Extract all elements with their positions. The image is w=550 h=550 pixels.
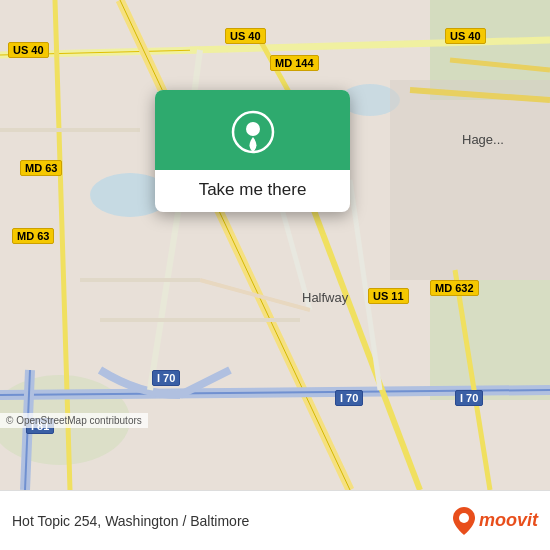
road-label-us40-right: US 40 — [445, 28, 486, 44]
footer-bar: Hot Topic 254, Washington / Baltimore mo… — [0, 490, 550, 550]
road-label-i70-left: I 70 — [152, 370, 180, 386]
road-label-us40-center: US 40 — [225, 28, 266, 44]
popup-icon-area — [155, 90, 350, 170]
road-label-us40-left: US 40 — [8, 42, 49, 58]
location-pin-icon — [231, 110, 275, 154]
svg-point-31 — [246, 122, 260, 136]
map-copyright: © OpenStreetMap contributors — [0, 413, 148, 428]
road-label-md632: MD 632 — [430, 280, 479, 296]
road-label-i70-center: I 70 — [335, 390, 363, 406]
location-popup[interactable]: Take me there — [155, 90, 350, 212]
svg-rect-6 — [390, 80, 550, 280]
take-me-there-button[interactable]: Take me there — [185, 170, 321, 212]
road-label-md144: MD 144 — [270, 55, 319, 71]
town-label-halfway: Halfway — [302, 290, 348, 305]
moovit-logo: moovit — [453, 507, 538, 535]
town-label-hagerstown: Hage... — [462, 132, 504, 147]
road-label-us11: US 11 — [368, 288, 409, 304]
map-view: US 40 US 40 US 40 MD 144 MD 63 MD 63 I 7… — [0, 0, 550, 490]
moovit-brand-text: moovit — [479, 510, 538, 531]
road-label-i70-right: I 70 — [455, 390, 483, 406]
svg-rect-4 — [430, 280, 550, 400]
svg-point-32 — [459, 513, 469, 523]
road-label-md63-top: MD 63 — [20, 160, 62, 176]
moovit-pin-icon — [453, 507, 475, 535]
location-title: Hot Topic 254, Washington / Baltimore — [12, 513, 453, 529]
road-label-md63-bottom: MD 63 — [12, 228, 54, 244]
